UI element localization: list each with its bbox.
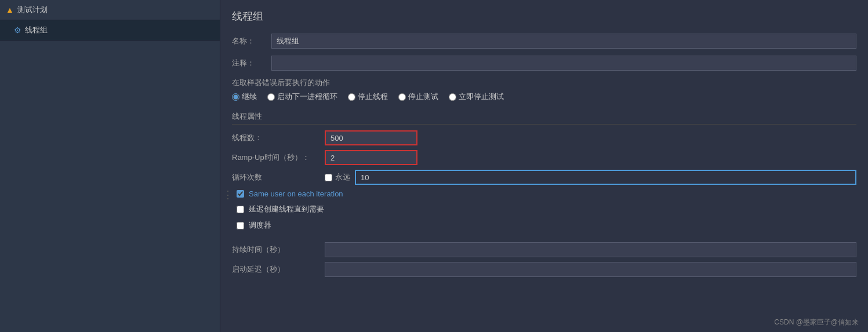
- thread-props-section-label: 线程属性: [232, 111, 856, 125]
- main-content: 线程组 名称： 注释： 在取样器错误后要执行的动作 继续 启动下一进程循环: [220, 0, 868, 332]
- sidebar: ▲ 测试计划 ⚙ 线程组: [0, 0, 220, 332]
- comment-label: 注释：: [232, 58, 267, 68]
- radio-stop-thread-label: 停止线程: [358, 92, 388, 102]
- scheduler-label: 调度器: [249, 220, 271, 231]
- error-action-label: 在取样器错误后要执行的动作: [232, 78, 856, 88]
- error-action-radio-group: 继续 启动下一进程循环 停止线程 停止测试 立即停止测试: [232, 92, 856, 102]
- loop-label: 循环次数: [232, 172, 325, 183]
- forever-label: 永远: [335, 172, 350, 183]
- name-row: 名称：: [232, 34, 856, 49]
- loop-controls: 永远: [325, 170, 856, 185]
- radio-stop-test-label: 停止测试: [408, 92, 438, 102]
- scheduler-row: 调度器: [235, 220, 856, 231]
- radio-next-loop-label: 启动下一进程循环: [277, 92, 337, 102]
- sidebar-header: ▲ 测试计划: [0, 0, 220, 20]
- rampup-input[interactable]: [325, 150, 417, 165]
- test-plan-label: 测试计划: [17, 5, 48, 15]
- content-area: 线程组 名称： 注释： 在取样器错误后要执行的动作 继续 启动下一进程循环: [220, 0, 868, 313]
- name-label: 名称：: [232, 36, 267, 46]
- loop-row: 循环次数 永远: [232, 170, 856, 185]
- radio-next-loop[interactable]: 启动下一进程循环: [267, 92, 337, 102]
- name-input[interactable]: [271, 34, 856, 49]
- comment-row: 注释：: [232, 56, 856, 71]
- checkboxes-section: Same user on each iteration 延迟创建线程直到需要 调…: [235, 189, 856, 236]
- duration-row: 持续时间（秒）: [232, 242, 856, 257]
- rampup-row: Ramp-Up时间（秒）：: [232, 150, 856, 165]
- sidebar-item-label: 线程组: [25, 25, 48, 35]
- same-user-checkbox[interactable]: [237, 190, 244, 198]
- sidebar-item-thread-group[interactable]: ⚙ 线程组: [0, 20, 220, 41]
- divider-dots: ⋮: [225, 189, 231, 200]
- startup-delay-label: 启动延迟（秒）: [232, 264, 325, 275]
- startup-delay-input[interactable]: [325, 262, 856, 277]
- radio-stop-thread[interactable]: 停止线程: [348, 92, 388, 102]
- rampup-label: Ramp-Up时间（秒）：: [232, 152, 325, 163]
- thread-count-label: 线程数：: [232, 133, 325, 143]
- thread-count-input[interactable]: [325, 130, 417, 145]
- same-user-row: Same user on each iteration: [235, 189, 856, 198]
- delay-create-label: 延迟创建线程直到需要: [249, 204, 324, 214]
- forever-checkbox-group: 永远: [325, 172, 350, 183]
- test-plan-icon: ▲: [6, 5, 14, 14]
- delay-create-row: 延迟创建线程直到需要: [235, 204, 856, 214]
- startup-delay-row: 启动延迟（秒）: [232, 262, 856, 277]
- radio-continue[interactable]: 继续: [232, 92, 257, 102]
- duration-input[interactable]: [325, 242, 856, 257]
- radio-continue-label: 继续: [242, 92, 257, 102]
- same-user-label: Same user on each iteration: [249, 189, 343, 198]
- radio-stop-test-now-label: 立即停止测试: [459, 92, 504, 102]
- loop-count-input[interactable]: [355, 170, 856, 185]
- radio-stop-test[interactable]: 停止测试: [398, 92, 438, 102]
- scheduler-checkbox[interactable]: [237, 222, 244, 229]
- gear-icon: ⚙: [14, 25, 21, 35]
- delay-create-checkbox[interactable]: [237, 206, 244, 213]
- page-title: 线程组: [232, 9, 856, 23]
- comment-input[interactable]: [271, 56, 856, 71]
- forever-checkbox[interactable]: [325, 174, 332, 181]
- thread-count-row: 线程数：: [232, 130, 856, 145]
- radio-stop-test-now[interactable]: 立即停止测试: [449, 92, 504, 102]
- bottom-credit: CSDN @墨家巨子@俏如来: [220, 313, 868, 332]
- duration-label: 持续时间（秒）: [232, 245, 325, 255]
